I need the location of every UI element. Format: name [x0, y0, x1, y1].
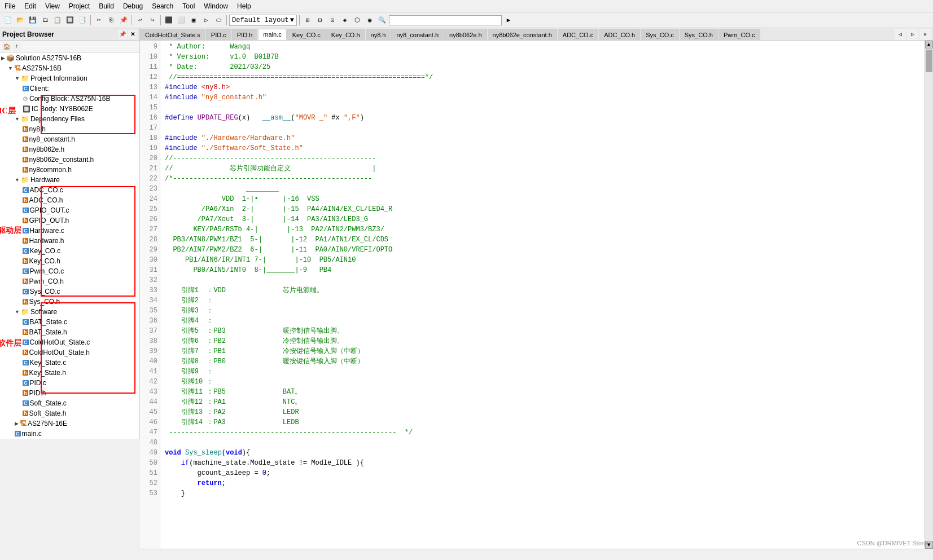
search-go[interactable]: ▶: [503, 15, 514, 26]
tab-pid-h[interactable]: PID.h: [232, 29, 258, 40]
toolbar-btn5[interactable]: 📋: [52, 15, 63, 26]
tree-gpio-c[interactable]: C GPIO_OUT.c: [0, 205, 139, 215]
build-btn3[interactable]: ▣: [188, 15, 199, 26]
undo-button[interactable]: ↩: [134, 15, 146, 26]
tree-sys-co-c[interactable]: C Sys_CO.c: [0, 286, 139, 297]
menu-build[interactable]: Build: [94, 1, 119, 11]
layout-dropdown[interactable]: Default layout ▼: [229, 15, 297, 26]
menu-window[interactable]: Window: [199, 1, 233, 11]
scroll-down[interactable]: ▼: [925, 541, 933, 549]
menu-help[interactable]: Help: [233, 1, 256, 11]
tree-adc-c[interactable]: C ADC_CO.c: [0, 185, 139, 195]
pb-pin[interactable]: 📌: [118, 30, 127, 39]
tree-client[interactable]: C Client:: [0, 83, 139, 94]
tree-ny8b062e[interactable]: h ny8b062e.h: [0, 144, 139, 155]
tree-soft-state-c[interactable]: C Soft_State.c: [0, 398, 139, 408]
toolbar-btn6[interactable]: 🔲: [64, 15, 76, 26]
build-btn5[interactable]: ⬭: [213, 15, 224, 26]
tree-ny8h[interactable]: h ny8.h: [0, 124, 139, 134]
search-input[interactable]: [389, 15, 502, 25]
tree-soft-state-h[interactable]: h Soft_State.h: [0, 408, 139, 418]
redo-button[interactable]: ↪: [147, 15, 158, 26]
tree-ny8constant[interactable]: h ny8_constant.h: [0, 134, 139, 144]
cut-button[interactable]: ✂: [93, 15, 104, 26]
menu-file[interactable]: File: [0, 1, 20, 11]
open-button[interactable]: 📂: [15, 15, 26, 26]
tab-adc-co-c[interactable]: ADC_CO.c: [558, 29, 598, 40]
new-button[interactable]: 📄: [2, 15, 14, 26]
build-btn2[interactable]: ⬜: [176, 15, 187, 26]
view-btn1[interactable]: ⊞: [302, 15, 313, 26]
build-btn4[interactable]: ▷: [200, 15, 212, 26]
scrollbar[interactable]: ▲ ▼: [924, 41, 933, 549]
tree-solution[interactable]: ▶ 📦 Solution AS275N-16B: [0, 53, 139, 63]
toolbar-btn7[interactable]: 📑: [77, 15, 88, 26]
build-btn1[interactable]: ⬛: [163, 15, 174, 26]
pb-close[interactable]: ✕: [128, 30, 137, 39]
menu-view[interactable]: View: [41, 1, 64, 11]
tree-pid-c[interactable]: C PID.c: [0, 378, 139, 388]
tab-coldhotout[interactable]: ColdHotOut_State.s: [140, 29, 205, 40]
tree-config[interactable]: ⚙ Config Block: AS275N-16B: [0, 94, 139, 104]
tree-bat-c[interactable]: C BAT_State.c: [0, 317, 139, 327]
tree-software-folder[interactable]: ▼ 📁 Software: [0, 307, 139, 317]
scroll-track[interactable]: [925, 48, 933, 541]
tree-hardware-h[interactable]: h Hardware.h: [0, 236, 139, 246]
tree-ny8b062econstant[interactable]: h ny8b062e_constant.h: [0, 155, 139, 165]
tree-pwm-co-h[interactable]: h Pwm_CO.h: [0, 276, 139, 286]
tree-dep-files[interactable]: ▼ 📁 Dependency Files: [0, 114, 139, 124]
view-btn2[interactable]: ⊟: [314, 15, 326, 26]
tab-pwm-co-c[interactable]: Pwm_CO.c: [719, 29, 760, 40]
tab-ny8b062e[interactable]: ny8b062e.h: [444, 29, 487, 40]
scroll-thumb[interactable]: [926, 50, 932, 72]
tree-hardware-folder[interactable]: ▼ 📁 Hardware: [0, 175, 139, 185]
menu-edit[interactable]: Edit: [20, 1, 41, 11]
tree-gpio-h[interactable]: h GPIO_OUT.h: [0, 215, 139, 226]
tree-coldhotout-h[interactable]: h ColdHotOut_State.h: [0, 347, 139, 358]
tab-adc-co-h[interactable]: ADC_CO.h: [599, 29, 640, 40]
tab-scroll-right[interactable]: ▷: [907, 29, 918, 40]
tree-coldhotout-c[interactable]: C ColdHotOut_State.c: [0, 337, 139, 347]
tab-sys-co-h[interactable]: Sys_CO.h: [680, 29, 718, 40]
tree-project[interactable]: ▼ 🏗 AS275N-16B: [0, 63, 139, 73]
pb-up[interactable]: ↑: [12, 42, 21, 51]
tree-key-state-c[interactable]: C Key_State.c: [0, 358, 139, 368]
paste-button[interactable]: 📌: [118, 15, 129, 26]
tab-ny8b062econstant[interactable]: ny8b062e_constant.h: [488, 29, 557, 40]
tree-hardware-c[interactable]: C Hardware.c: [0, 226, 139, 236]
tab-key-co-h[interactable]: Key_CO.h: [326, 29, 365, 40]
tree-ny8common[interactable]: h ny8common.h: [0, 165, 139, 175]
tab-key-co-c[interactable]: Key_CO.c: [287, 29, 326, 40]
tree-pid-h[interactable]: h PID.h: [0, 388, 139, 398]
tab-ny8h[interactable]: ny8.h: [366, 29, 391, 40]
view-btn5[interactable]: ⬡: [352, 15, 363, 26]
menu-project[interactable]: Project: [64, 1, 94, 11]
view-btn6[interactable]: ◉: [364, 15, 375, 26]
tree-main-c[interactable]: C main.c: [0, 429, 139, 439]
tree-adc-h[interactable]: h ADC_CO.h: [0, 195, 139, 205]
tree-project-info[interactable]: ▼ 📁 Project Information: [0, 73, 139, 83]
tree-key-co-c[interactable]: C Key_CO.c: [0, 246, 139, 256]
view-btn4[interactable]: ◈: [339, 15, 351, 26]
tree-project2[interactable]: ▶ 🏗 AS275N-16E: [0, 418, 139, 429]
pb-home[interactable]: 🏠: [2, 42, 11, 51]
scroll-up[interactable]: ▲: [925, 41, 933, 48]
search-btn[interactable]: 🔍: [376, 15, 388, 26]
view-btn3[interactable]: ⊡: [327, 15, 338, 26]
save-all-button[interactable]: 🗂: [40, 15, 51, 26]
tree-bat-h[interactable]: h BAT_State.h: [0, 327, 139, 337]
tree-key-state-h[interactable]: h Key_State.h: [0, 368, 139, 378]
code-content[interactable]: * Author: Wangq * Version: v1.0 B01B7B *…: [160, 41, 924, 549]
tab-pid-c[interactable]: PID.c: [206, 29, 231, 40]
menu-debug[interactable]: Debug: [119, 1, 147, 11]
tab-scroll-left[interactable]: ◁: [895, 29, 906, 40]
tree-sys-co-h[interactable]: h Sys_CO.h: [0, 297, 139, 307]
tab-main-c[interactable]: main.c: [258, 29, 286, 40]
menu-search[interactable]: Search: [147, 1, 178, 11]
save-button[interactable]: 💾: [27, 15, 38, 26]
tree-pwm-co-c[interactable]: C Pwm_CO.c: [0, 266, 139, 276]
tree-ic-body[interactable]: 🔲 IC Body: NY8B062E: [0, 104, 139, 114]
tab-sys-co-c[interactable]: Sys_CO.c: [641, 29, 679, 40]
copy-button[interactable]: ⎘: [106, 15, 117, 26]
tree-key-co-h[interactable]: h Key_CO.h: [0, 256, 139, 266]
